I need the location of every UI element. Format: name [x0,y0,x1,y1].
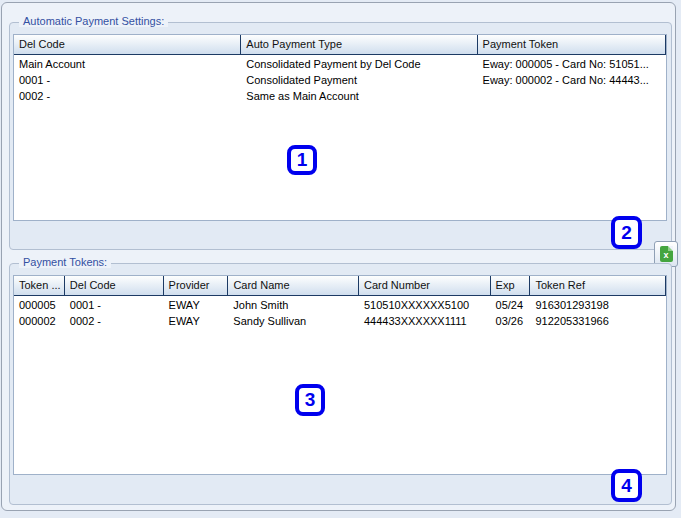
table-cell: 000002 [14,314,65,330]
table-cell: 000005 [14,298,65,314]
payment-tokens-group: Payment Tokens: Token ...Del CodeProvide… [9,263,672,505]
column-header[interactable]: Card Number [359,276,491,295]
table-cell: 0002 - [65,314,164,330]
column-header[interactable]: Token ... [14,276,65,295]
callout-2: 2 [611,216,642,249]
column-header[interactable]: Del Code [14,35,241,54]
table-cell: 03/26 [491,314,531,330]
table-row[interactable]: 0000050001 -EWAYJohn Smith510510XXXXXX51… [14,298,666,314]
table-cell: Eway: 000002 - Card No: 44443... [478,73,666,89]
table-cell: 916301293198 [530,298,666,314]
group-title-automatic-payment-settings: Automatic Payment Settings: [19,15,168,27]
table-cell: Consolidated Payment [241,73,477,89]
column-header[interactable]: Exp [491,276,531,295]
callout-1: 1 [287,145,317,175]
page-fold-corner [668,246,673,251]
table-cell: Consolidated Payment by Del Code [241,57,477,73]
callout-4: 4 [611,469,642,502]
table-cell: Same as Main Account [241,89,477,105]
table-body: Main AccountConsolidated Payment by Del … [14,55,666,105]
column-header[interactable]: Token Ref [530,276,666,295]
table-row[interactable]: 0002 -Same as Main Account [14,89,666,105]
table-cell: 912205331966 [530,314,666,330]
table-cell: EWAY [164,314,229,330]
callout-3: 3 [295,384,325,416]
column-header[interactable]: Payment Token [478,35,666,54]
table-body: 0000050001 -EWAYJohn Smith510510XXXXXX51… [14,296,666,330]
table-header-row: Del CodeAuto Payment TypePayment Token [14,35,666,55]
column-header[interactable]: Provider [164,276,229,295]
table-cell: 0001 - [65,298,164,314]
table-cell: Eway: 000005 - Card No: 51051... [478,57,666,73]
table-cell: John Smith [228,298,359,314]
payment-settings-panel: Automatic Payment Settings: Del CodeAuto… [1,2,676,511]
automatic-payment-settings-group: Automatic Payment Settings: Del CodeAuto… [9,22,672,250]
column-header[interactable]: Auto Payment Type [241,35,477,54]
table-cell: 444433XXXXXX1111 [359,314,491,330]
table-cell: 0001 - [14,73,241,89]
table-cell: Main Account [14,57,241,73]
table-cell: EWAY [164,298,229,314]
table-row[interactable]: 0000020002 -EWAYSandy Sullivan444433XXXX… [14,314,666,330]
table-cell: 510510XXXXXX5100 [359,298,491,314]
table-row[interactable]: 0001 -Consolidated PaymentEway: 000002 -… [14,73,666,89]
table-row[interactable]: Main AccountConsolidated Payment by Del … [14,57,666,73]
table-cell: 05/24 [491,298,531,314]
excel-export-icon: x [660,246,673,262]
table-cell [478,89,666,105]
column-header[interactable]: Del Code [65,276,164,295]
table-header-row: Token ...Del CodeProviderCard NameCard N… [14,276,666,296]
column-header[interactable]: Card Name [228,276,359,295]
payment-tokens-table: Token ...Del CodeProviderCard NameCard N… [13,275,667,475]
auto-payment-settings-table: Del CodeAuto Payment TypePayment TokenMa… [13,34,667,221]
table-cell: 0002 - [14,89,241,105]
group-title-payment-tokens: Payment Tokens: [19,256,111,268]
table-cell: Sandy Sullivan [228,314,359,330]
